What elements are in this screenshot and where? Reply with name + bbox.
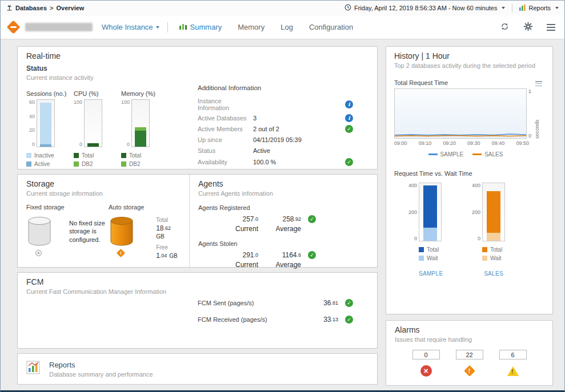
legend-swatch bbox=[419, 256, 424, 261]
tab-log[interactable]: Log bbox=[281, 23, 293, 31]
row-label: Up since bbox=[198, 136, 253, 143]
row-label: FCM Sent (pages/s) bbox=[198, 300, 304, 306]
legend-swatch bbox=[74, 161, 79, 167]
average-label: Average bbox=[258, 225, 301, 233]
fcm-received-row: FCM Received (pages/s) 33.13 bbox=[198, 316, 353, 324]
bar-segment-total bbox=[87, 143, 99, 147]
y-axis-label: seconds bbox=[534, 88, 540, 139]
fixed-storage-label: Fixed storage bbox=[26, 204, 109, 211]
legend-swatch bbox=[482, 256, 487, 261]
app-window: Databases > Overview Friday, April 12, 2… bbox=[0, 0, 565, 392]
chart-legend: Total Wait bbox=[419, 246, 442, 261]
alarms-title: Alarms bbox=[395, 325, 544, 334]
info-row: Up since 04/11/2019 05:39 bbox=[198, 135, 353, 146]
reports-panel[interactable]: Reports Database summary and performance bbox=[17, 353, 378, 385]
chart-plot bbox=[394, 88, 527, 139]
tab-summary-label: Summary bbox=[190, 23, 222, 31]
chart-title: Sessions (no.) bbox=[26, 90, 69, 97]
instance-name-redacted bbox=[25, 23, 93, 31]
y-axis: 4002000 bbox=[469, 183, 480, 241]
bar-segment-wait bbox=[423, 228, 437, 241]
chart-options-icon[interactable] bbox=[535, 81, 542, 86]
y-axis: 1000 bbox=[74, 99, 82, 147]
chart-title: Memory (%) bbox=[121, 90, 163, 97]
reports-menu[interactable]: Reports bbox=[528, 5, 551, 11]
tab-configuration[interactable]: Configuration bbox=[309, 23, 353, 31]
check-icon bbox=[345, 158, 353, 166]
fcm-panel: FCM Current Fast Communication Manager I… bbox=[17, 272, 378, 349]
sessions-chart: Sessions (no.) 6040200 bbox=[26, 90, 69, 167]
check-icon bbox=[345, 299, 353, 307]
request-time-chart: 10 seconds bbox=[394, 88, 544, 139]
y-axis: 10 bbox=[527, 88, 534, 139]
toolbar-actions bbox=[500, 22, 556, 33]
sales-link[interactable]: SALES bbox=[482, 270, 505, 277]
request-vs-wait-charts: 4002000 Total Wait bbox=[394, 183, 544, 277]
timerange-icon bbox=[344, 4, 351, 12]
timerange-caret-icon[interactable] bbox=[502, 7, 505, 9]
breadcrumb: Databases > Overview bbox=[6, 5, 84, 12]
reports-description: Database summary and performance bbox=[49, 371, 153, 378]
y-axis: 1000 bbox=[121, 99, 130, 147]
legend-swatch bbox=[428, 153, 438, 155]
auto-storage-label: Auto storage bbox=[109, 204, 181, 211]
chart-plot bbox=[419, 183, 442, 241]
storage-title: Storage bbox=[26, 179, 181, 188]
bar-segment-inactive bbox=[40, 103, 51, 144]
info-icon[interactable] bbox=[345, 114, 353, 122]
average-value: 1164.6 bbox=[258, 251, 301, 259]
realtime-title: Real-time bbox=[26, 51, 368, 60]
row-value: 100.0 % bbox=[253, 159, 345, 165]
fcm-sent-row: FCM Sent (pages/s) 36.81 bbox=[198, 299, 353, 307]
history-description: Top 2 databases activity during the sele… bbox=[394, 62, 544, 69]
fatal-count[interactable]: 0 bbox=[412, 350, 440, 359]
legend-label: Active bbox=[34, 161, 50, 167]
auto-storage-cylinder-icon bbox=[109, 240, 135, 248]
fatal-icon[interactable] bbox=[420, 365, 432, 377]
legend-label: DB2 bbox=[82, 161, 93, 167]
reports-caret-icon[interactable] bbox=[555, 7, 559, 9]
scope-selector[interactable]: Whole Instance bbox=[102, 23, 159, 31]
alarms-panel: Alarms Issues that require handling 0 22… bbox=[386, 320, 553, 386]
chart-legend: Inactive Active bbox=[26, 152, 69, 167]
line-legend: SAMPLE SALES bbox=[394, 151, 537, 157]
free-value: 1.04 GB bbox=[156, 252, 181, 260]
refresh-icon[interactable] bbox=[500, 22, 510, 33]
check-icon bbox=[308, 215, 316, 223]
agents-description: Current Agents information bbox=[198, 190, 368, 197]
warning-count[interactable]: 6 bbox=[499, 350, 527, 359]
timerange-label[interactable]: Friday, April 12, 2019 8:56:33 AM - Now … bbox=[354, 5, 497, 11]
legend-label: Inactive bbox=[34, 152, 54, 159]
info-row: Availability 100.0 % bbox=[198, 156, 353, 167]
current-label: Current bbox=[198, 261, 258, 269]
legend-label: Total bbox=[82, 152, 94, 159]
legend-label: DB2 bbox=[129, 161, 140, 167]
sales-bar-chart: 4002000 Total Wait bbox=[469, 183, 505, 277]
info-icon[interactable] bbox=[345, 100, 353, 108]
bar-segment-total bbox=[135, 131, 146, 147]
critical-alarms: 22 bbox=[456, 350, 483, 377]
warning-icon[interactable] bbox=[507, 366, 519, 376]
reports-chart-icon bbox=[26, 361, 42, 377]
legend-swatch bbox=[74, 153, 79, 158]
legend-label: Total bbox=[427, 246, 439, 253]
tab-memory[interactable]: Memory bbox=[238, 23, 265, 31]
divider bbox=[167, 22, 168, 33]
critical-count[interactable]: 22 bbox=[456, 350, 483, 359]
row-value: Active bbox=[253, 147, 345, 154]
sample-link[interactable]: SAMPLE bbox=[419, 270, 442, 277]
tab-summary[interactable]: Summary bbox=[179, 23, 222, 31]
critical-icon[interactable] bbox=[464, 365, 475, 377]
row-label: Instance Information bbox=[198, 98, 253, 111]
chart-legend: Total DB2 bbox=[74, 152, 116, 167]
scope-caret-icon bbox=[156, 26, 159, 29]
main-content: Real-time Status Current instance activi… bbox=[1, 39, 564, 390]
legend-label: SALES bbox=[484, 151, 503, 157]
legend-swatch bbox=[26, 161, 31, 167]
gear-icon[interactable] bbox=[523, 22, 533, 33]
row-label: FCM Received (pages/s) bbox=[198, 316, 304, 323]
breadcrumb-databases[interactable]: Databases bbox=[15, 5, 47, 11]
average-label: Average bbox=[258, 261, 301, 269]
chart-legend: Total DB2 bbox=[121, 152, 163, 167]
hamburger-menu-icon[interactable] bbox=[547, 24, 555, 31]
